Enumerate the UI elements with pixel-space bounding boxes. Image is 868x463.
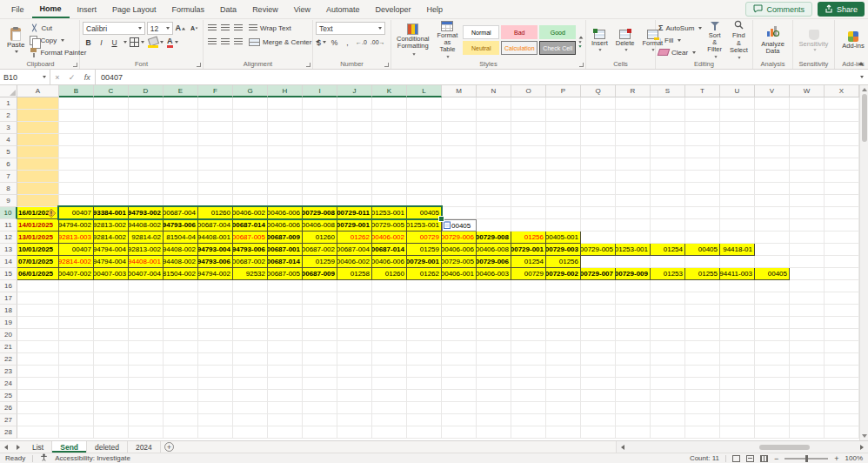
grid-cell-W26[interactable] — [790, 402, 825, 414]
grid-cell-W23[interactable] — [790, 366, 825, 378]
grid-cell-L19[interactable] — [407, 317, 442, 329]
grid-cell-S7[interactable] — [651, 171, 685, 183]
grid-cell-M6[interactable] — [442, 158, 477, 171]
column-header-L[interactable]: L — [407, 85, 442, 97]
name-box[interactable]: B10 — [0, 70, 50, 84]
grid-cell-B27[interactable] — [59, 414, 94, 426]
grid-cell-I4[interactable] — [303, 134, 337, 146]
row-header-20[interactable]: 20 — [0, 329, 17, 341]
grid-cell-E14[interactable]: 94408-002 — [164, 256, 198, 268]
grid-cell-C11[interactable]: 92813-002 — [94, 219, 129, 232]
grid-cell-L21[interactable] — [407, 341, 442, 353]
grid-cell-P16[interactable] — [546, 280, 581, 292]
grid-cell-X18[interactable] — [825, 305, 859, 317]
grid-cell-U19[interactable] — [720, 317, 755, 329]
grid-cell-Q22[interactable] — [581, 353, 616, 366]
format-as-table-button[interactable]: Format asTable — [435, 22, 461, 59]
grid-cell-E23[interactable] — [164, 366, 198, 378]
grid-cell-P22[interactable] — [546, 353, 581, 366]
grid-cell-X2[interactable] — [825, 110, 859, 122]
grid-cell-W27[interactable] — [790, 414, 825, 426]
grid-cell-A2[interactable] — [17, 110, 59, 122]
sheet-tab-2024[interactable]: 2024 — [128, 441, 161, 453]
grid-cell-G18[interactable] — [233, 305, 268, 317]
grid-cell-B5[interactable] — [59, 146, 94, 158]
column-header-O[interactable]: O — [511, 85, 546, 97]
grid-cell-K2[interactable] — [372, 110, 407, 122]
grid-cell-T18[interactable] — [685, 305, 720, 317]
grid-cell-W14[interactable] — [790, 256, 825, 268]
grid-cell-V20[interactable] — [755, 329, 790, 341]
grid-cell-X23[interactable] — [825, 366, 859, 378]
grid-cell-F1[interactable] — [198, 97, 233, 110]
grid-cell-R1[interactable] — [616, 97, 651, 110]
grid-cell-B8[interactable] — [59, 183, 94, 195]
grid-cell-H9[interactable] — [268, 195, 303, 207]
grid-cell-T7[interactable] — [685, 171, 720, 183]
grid-cell-J23[interactable] — [337, 366, 372, 378]
grid-cell-N11[interactable] — [477, 219, 511, 232]
grid-cell-M24[interactable] — [442, 378, 477, 390]
grid-cell-L3[interactable] — [407, 122, 442, 134]
row-header-8[interactable]: 8 — [0, 183, 17, 195]
name-box-dropdown-icon[interactable] — [43, 76, 46, 78]
grid-cell-G10[interactable]: 00406-002 — [233, 207, 268, 219]
page-layout-view-icon[interactable] — [746, 455, 754, 462]
grid-cell-D23[interactable] — [129, 366, 164, 378]
grid-cell-M22[interactable] — [442, 353, 477, 366]
grid-cell-A6[interactable] — [17, 158, 59, 171]
row-header-22[interactable]: 22 — [0, 353, 17, 366]
horizontal-scroll-thumb[interactable] — [759, 445, 810, 450]
grid-cell-O21[interactable] — [511, 341, 546, 353]
grid-cell-Q5[interactable] — [581, 146, 616, 158]
grid-cell-H25[interactable] — [268, 390, 303, 402]
grid-cell-E7[interactable] — [164, 171, 198, 183]
enter-button[interactable]: ✓ — [69, 73, 76, 82]
grid-cell-F18[interactable] — [198, 305, 233, 317]
grid-cell-U6[interactable] — [720, 158, 755, 171]
grid-cell-B23[interactable] — [59, 366, 94, 378]
grid-cell-B12[interactable]: 92813-003 — [59, 232, 94, 244]
grid-cell-B22[interactable] — [59, 353, 94, 366]
grid-cell-T1[interactable] — [685, 97, 720, 110]
grid-cell-D15[interactable]: 00407-004 — [129, 268, 164, 280]
grid-cell-X19[interactable] — [825, 317, 859, 329]
scroll-down-icon[interactable] — [862, 434, 867, 438]
grid-cell-N21[interactable] — [477, 341, 511, 353]
grid-cell-V5[interactable] — [755, 146, 790, 158]
grid-cell-X28[interactable] — [825, 426, 859, 439]
grid-cell-J1[interactable] — [337, 97, 372, 110]
grid-cell-T15[interactable]: 01255 — [685, 268, 720, 280]
insert-cells-button[interactable]: Insert — [589, 22, 611, 59]
grid-cell-X13[interactable] — [825, 244, 859, 256]
grid-cell-O15[interactable]: 00729 — [511, 268, 546, 280]
grid-cell-S15[interactable]: 01253 — [651, 268, 685, 280]
grid-cell-N19[interactable] — [477, 317, 511, 329]
row-header-12[interactable]: 12 — [0, 232, 17, 244]
grid-cell-P7[interactable] — [546, 171, 581, 183]
grid-cell-S26[interactable] — [651, 402, 685, 414]
grid-cell-O7[interactable] — [511, 171, 546, 183]
grid-cell-F19[interactable] — [198, 317, 233, 329]
grid-cell-R21[interactable] — [616, 341, 651, 353]
grid-cell-C14[interactable]: 94794-004 — [94, 256, 129, 268]
grid-cell-B28[interactable] — [59, 426, 94, 439]
column-header-R[interactable]: R — [616, 85, 651, 97]
grid-cell-X1[interactable] — [825, 97, 859, 110]
grid-cell-H1[interactable] — [268, 97, 303, 110]
grid-cell-V19[interactable] — [755, 317, 790, 329]
grid-cell-T13[interactable]: 00405 — [685, 244, 720, 256]
grid-cell-C4[interactable] — [94, 134, 129, 146]
row-header-4[interactable]: 4 — [0, 134, 17, 146]
decrease-decimal-button[interactable]: .00→ — [370, 37, 386, 48]
increase-decimal-button[interactable]: ←.0 — [355, 37, 368, 48]
ribbon-tab-review[interactable]: Review — [244, 0, 286, 18]
grid-cell-H14[interactable]: 00687-014 — [268, 256, 303, 268]
comments-button[interactable]: Comments — [745, 2, 812, 17]
grid-cell-U8[interactable] — [720, 183, 755, 195]
grid-cell-Q2[interactable] — [581, 110, 616, 122]
grid-cell-C26[interactable] — [94, 402, 129, 414]
paste-options-icon[interactable] — [444, 221, 451, 231]
column-header-Q[interactable]: Q — [581, 85, 616, 97]
grid-cell-G17[interactable] — [233, 292, 268, 305]
